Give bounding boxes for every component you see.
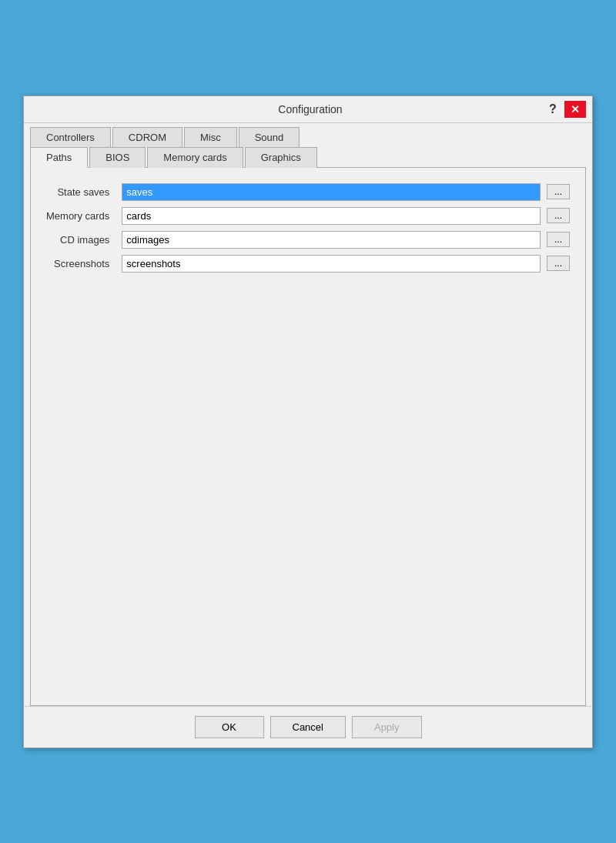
cd-images-label: CD images <box>46 234 116 246</box>
cancel-button[interactable]: Cancel <box>270 716 346 738</box>
ok-button[interactable]: OK <box>195 716 264 738</box>
cd-images-browse[interactable]: ... <box>547 232 570 247</box>
footer-buttons: OK Cancel Apply <box>24 706 592 748</box>
memory-cards-input[interactable] <box>122 207 541 225</box>
title-bar: Configuration ? ✕ <box>24 96 592 123</box>
tab-graphics[interactable]: Graphics <box>245 147 317 168</box>
window-title: Configuration <box>76 103 544 115</box>
configuration-window: Configuration ? ✕ Controllers CDROM Misc… <box>23 95 593 748</box>
tab-container: Controllers CDROM Misc Sound Paths BIOS … <box>24 123 592 167</box>
screenshots-label: Screenshots <box>46 258 116 269</box>
tab-row-2: Paths BIOS Memory cards Graphics <box>30 146 586 167</box>
state-saves-browse[interactable]: ... <box>547 184 570 199</box>
help-button[interactable]: ? <box>544 101 561 118</box>
memory-cards-label: Memory cards <box>46 210 116 222</box>
state-saves-label: State saves <box>46 186 116 198</box>
close-button[interactable]: ✕ <box>564 101 586 118</box>
content-area: State saves ... Memory cards ... CD imag… <box>30 167 586 706</box>
tab-bios[interactable]: BIOS <box>89 147 146 168</box>
screenshots-browse[interactable]: ... <box>547 256 570 271</box>
apply-button[interactable]: Apply <box>352 716 422 738</box>
paths-form: State saves ... Memory cards ... CD imag… <box>46 183 570 273</box>
tab-controllers[interactable]: Controllers <box>30 127 111 147</box>
state-saves-input[interactable] <box>122 183 541 201</box>
cd-images-input[interactable] <box>122 231 541 249</box>
tab-paths[interactable]: Paths <box>30 147 88 168</box>
tab-memorycards[interactable]: Memory cards <box>147 147 243 168</box>
title-bar-controls: ? ✕ <box>544 101 586 118</box>
tab-sound[interactable]: Sound <box>239 127 300 147</box>
tab-cdrom[interactable]: CDROM <box>112 127 182 147</box>
tab-misc[interactable]: Misc <box>184 127 237 147</box>
screenshots-input[interactable] <box>122 255 541 273</box>
memory-cards-browse[interactable]: ... <box>547 208 570 223</box>
tab-row-1: Controllers CDROM Misc Sound <box>30 126 586 146</box>
